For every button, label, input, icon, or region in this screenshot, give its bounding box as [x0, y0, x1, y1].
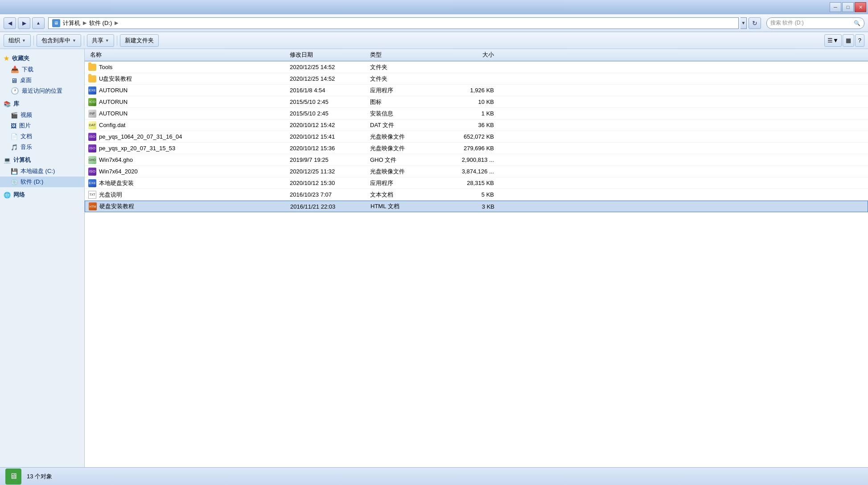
- sidebar-item-desktop[interactable]: 🖥 桌面: [0, 75, 84, 86]
- file-area: 名称 修改日期 类型 大小 Tools 2020/12/25 14:52 文件夹…: [85, 49, 868, 467]
- refresh-button[interactable]: ↻: [749, 17, 761, 29]
- file-name: Win7x64.gho: [99, 156, 133, 163]
- table-row[interactable]: TXT 光盘说明 2016/10/23 7:07 文本文档 5 KB: [85, 189, 868, 201]
- up-button[interactable]: ▲: [32, 17, 45, 29]
- sidebar: ★ 收藏夹 📥 下载 🖥 桌面 🕐 最近访问的位置 📚 库: [0, 49, 85, 467]
- organize-label: 组织: [8, 37, 20, 45]
- sidebar-item-d-drive[interactable]: 💿 软件 (D:): [0, 177, 84, 187]
- music-label: 音乐: [21, 143, 32, 151]
- sidebar-library-header[interactable]: 📚 库: [0, 98, 84, 110]
- view-toggle-button[interactable]: ☰▼: [824, 34, 842, 47]
- table-row[interactable]: ISO pe_yqs_1064_20_07_31_16_04 2020/10/1…: [85, 131, 868, 143]
- file-type-cell: 安装信息: [370, 110, 441, 118]
- back-button[interactable]: ◀: [4, 17, 16, 29]
- sidebar-item-c-drive[interactable]: 💾 本地磁盘 (C:): [0, 166, 84, 177]
- table-row[interactable]: HTM 硬盘安装教程 2016/11/21 22:03 HTML 文档 3 KB: [85, 201, 868, 212]
- file-list-header: 名称 修改日期 类型 大小: [85, 49, 868, 62]
- file-size-cell: 10 KB: [441, 99, 499, 105]
- file-name-cell: ISO Win7x64_2020: [85, 168, 290, 176]
- file-size-cell: 279,696 KB: [441, 145, 499, 152]
- file-date-cell: 2020/12/25 11:32: [290, 168, 370, 175]
- file-type-cell: HTML 文档: [370, 202, 442, 210]
- file-size-cell: 652,072 KB: [441, 133, 499, 140]
- file-name-cell: HTM 硬盘安装教程: [85, 202, 290, 210]
- file-type-cell: 光盘映像文件: [370, 144, 441, 152]
- dat-icon: DAT: [88, 121, 96, 129]
- c-drive-icon: 💾: [11, 168, 18, 175]
- gho-icon: GHO: [88, 156, 96, 164]
- video-icon: 🎬: [11, 112, 18, 119]
- path-computer: 计算机: [63, 19, 80, 27]
- search-box[interactable]: 搜索 软件 (D:) 🔍: [766, 17, 864, 29]
- desktop-label: 桌面: [20, 76, 32, 84]
- d-drive-icon: 💿: [11, 179, 18, 185]
- help-button[interactable]: ?: [855, 34, 864, 47]
- sidebar-item-download[interactable]: 📥 下载: [0, 64, 84, 75]
- minimize-button[interactable]: ─: [830, 2, 841, 12]
- sidebar-favorites-header[interactable]: ★ 收藏夹: [0, 53, 84, 64]
- file-name: 光盘说明: [99, 191, 122, 199]
- file-name: AUTORUN: [99, 87, 128, 94]
- address-path[interactable]: 🖥 计算机 ▶ 软件 (D:) ▶: [48, 17, 739, 29]
- table-row[interactable]: EXE 本地硬盘安装 2020/10/12 15:30 应用程序 28,315 …: [85, 177, 868, 189]
- file-size-cell: 2,900,813 ...: [441, 156, 499, 163]
- file-type-cell: 图标: [370, 98, 441, 106]
- header-date[interactable]: 修改日期: [290, 51, 370, 59]
- sidebar-item-music[interactable]: 🎵 音乐: [0, 142, 84, 152]
- sidebar-item-documents[interactable]: 📄 文档: [0, 131, 84, 142]
- pictures-label: 图片: [19, 122, 31, 130]
- c-drive-label: 本地磁盘 (C:): [21, 167, 55, 175]
- table-row[interactable]: ICO AUTORUN 2015/5/10 2:45 图标 10 KB: [85, 96, 868, 108]
- share-button[interactable]: 共享 ▼: [87, 34, 114, 47]
- path-drive: 软件 (D:): [89, 19, 112, 27]
- status-count: 13 个对象: [27, 473, 52, 481]
- search-icon: 🔍: [854, 20, 860, 26]
- table-row[interactable]: Tools 2020/12/25 14:52 文件夹: [85, 62, 868, 73]
- status-logo: 🖥: [5, 469, 21, 485]
- preview-pane-button[interactable]: ▦: [843, 34, 854, 47]
- table-row[interactable]: U盘安装教程 2020/12/25 14:52 文件夹: [85, 73, 868, 85]
- new-folder-button[interactable]: 新建文件夹: [120, 34, 159, 47]
- table-row[interactable]: INF AUTORUN 2015/5/10 2:45 安装信息 1 KB: [85, 108, 868, 119]
- file-name-cell: U盘安装教程: [85, 75, 290, 83]
- file-name-cell: DAT Config.dat: [85, 121, 290, 129]
- table-row[interactable]: ISO pe_yqs_xp_20_07_31_15_53 2020/10/12 …: [85, 143, 868, 154]
- favorites-label: 收藏夹: [12, 54, 29, 62]
- star-icon: ★: [4, 55, 9, 62]
- header-size[interactable]: 大小: [441, 51, 499, 59]
- include-library-button[interactable]: 包含到库中 ▼: [37, 34, 81, 47]
- table-row[interactable]: GHO Win7x64.gho 2019/9/7 19:25 GHO 文件 2,…: [85, 154, 868, 166]
- header-type[interactable]: 类型: [370, 51, 441, 59]
- file-date-cell: 2020/10/12 15:36: [290, 145, 370, 152]
- file-date-cell: 2016/11/21 22:03: [290, 203, 370, 210]
- file-name-cell: EXE AUTORUN: [85, 86, 290, 95]
- file-type-cell: DAT 文件: [370, 121, 441, 129]
- header-name[interactable]: 名称: [85, 51, 290, 59]
- path-dropdown-button[interactable]: ▼: [740, 17, 747, 29]
- sidebar-computer-section: 💻 计算机 💾 本地磁盘 (C:) 💿 软件 (D:): [0, 154, 84, 187]
- table-row[interactable]: ISO Win7x64_2020 2020/12/25 11:32 光盘映像文件…: [85, 166, 868, 177]
- maximize-button[interactable]: □: [842, 2, 854, 12]
- forward-button[interactable]: ▶: [18, 17, 30, 29]
- file-name: Config.dat: [99, 122, 125, 128]
- file-name-cell: GHO Win7x64.gho: [85, 156, 290, 164]
- folder-icon: [88, 64, 96, 71]
- close-button[interactable]: ✕: [855, 2, 866, 12]
- file-date-cell: 2015/5/10 2:45: [290, 99, 370, 105]
- table-row[interactable]: DAT Config.dat 2020/10/12 15:42 DAT 文件 3…: [85, 119, 868, 131]
- file-name-cell: ISO pe_yqs_xp_20_07_31_15_53: [85, 144, 290, 152]
- sidebar-item-recent[interactable]: 🕐 最近访问的位置: [0, 86, 84, 96]
- sidebar-item-video[interactable]: 🎬 视频: [0, 110, 84, 120]
- library-label: 库: [13, 100, 19, 108]
- sidebar-item-pictures[interactable]: 🖼 图片: [0, 120, 84, 131]
- table-row[interactable]: EXE AUTORUN 2016/1/8 4:54 应用程序 1,926 KB: [85, 85, 868, 96]
- file-size-cell: 1,926 KB: [441, 87, 499, 94]
- file-date-cell: 2016/1/8 4:54: [290, 87, 370, 94]
- sidebar-network-header[interactable]: 🌐 网络: [0, 189, 84, 201]
- network-label: 网络: [13, 191, 25, 199]
- sidebar-computer-header[interactable]: 💻 计算机: [0, 154, 84, 166]
- file-type-cell: 应用程序: [370, 179, 441, 187]
- organize-button[interactable]: 组织 ▼: [4, 34, 31, 47]
- iso-icon: ISO: [88, 133, 96, 141]
- file-size-cell: 36 KB: [441, 122, 499, 128]
